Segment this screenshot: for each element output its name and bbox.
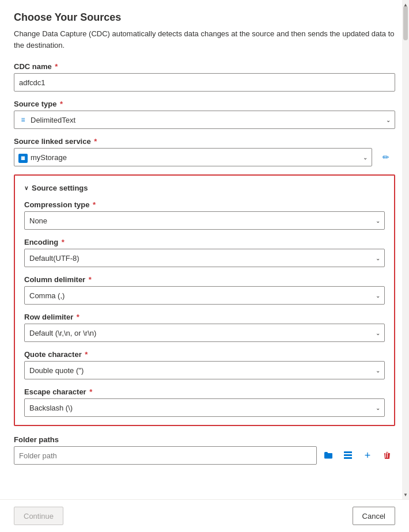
source-settings-box: ∨ Source settings Compression type * Non… <box>14 174 395 426</box>
source-type-wrapper: ≡ DelimitedText ⌄ <box>14 111 395 129</box>
escape-character-label: Escape character * <box>24 387 385 396</box>
encoding-select[interactable]: Default(UTF-8) <box>24 249 385 267</box>
folder-path-input[interactable] <box>14 446 317 465</box>
compression-type-label: Compression type * <box>24 200 385 209</box>
encoding-group: Encoding * Default(UTF-8) ⌄ <box>24 238 385 267</box>
row-delimiter-label: Row delimiter * <box>24 313 385 321</box>
escape-character-select[interactable]: Backslash (\) <box>24 398 385 417</box>
quote-character-label: Quote character * <box>24 350 385 359</box>
row-delimiter-wrapper: Default (\r,\n, or \r\n) ⌄ <box>24 324 385 342</box>
source-type-group: Source type * ≡ DelimitedText ⌄ <box>14 100 395 129</box>
column-delimiter-label: Column delimiter * <box>24 275 385 284</box>
cdc-name-label: CDC name * <box>14 62 395 71</box>
quote-character-group: Quote character * Double quote (") ⌄ <box>24 350 385 379</box>
cdc-name-group: CDC name * <box>14 62 395 92</box>
scrollbar-thumb[interactable] <box>403 6 408 40</box>
source-type-required: * <box>58 100 63 108</box>
browse-folder-button[interactable] <box>320 447 336 463</box>
source-linked-service-label: Source linked service * <box>14 137 395 146</box>
encoding-wrapper: Default(UTF-8) ⌄ <box>24 249 385 267</box>
escape-character-group: Escape character * Backslash (\) ⌄ <box>24 387 385 417</box>
compression-type-wrapper: None ⌄ <box>24 211 385 230</box>
source-settings-chevron-icon: ∨ <box>24 185 28 191</box>
linked-service-select-wrapper: ▦ myStorage ⌄ <box>14 148 372 166</box>
scroll-down-arrow[interactable]: ▼ <box>402 490 409 499</box>
source-settings-label: Source settings <box>32 184 88 192</box>
row-delimiter-group: Row delimiter * Default (\r,\n, or \r\n)… <box>24 313 385 342</box>
folder-paths-label: Folder paths <box>14 435 395 444</box>
compression-type-select[interactable]: None <box>24 211 385 230</box>
row-delimiter-select[interactable]: Default (\r,\n, or \r\n) <box>24 324 385 342</box>
column-delimiter-select[interactable]: Comma (,) <box>24 286 385 305</box>
continue-button[interactable]: Continue <box>14 507 63 525</box>
footer: Continue Cancel <box>0 499 409 532</box>
encoding-label: Encoding * <box>24 238 385 246</box>
column-delimiter-group: Column delimiter * Comma (,) ⌄ <box>24 275 385 305</box>
quote-character-select[interactable]: Double quote (") <box>24 361 385 379</box>
svg-rect-2 <box>344 457 352 459</box>
folder-paths-row: + <box>14 446 395 465</box>
cancel-button[interactable]: Cancel <box>353 507 395 525</box>
svg-rect-0 <box>344 451 352 453</box>
folder-paths-group: Folder paths + <box>14 435 395 465</box>
compression-type-group: Compression type * None ⌄ <box>24 200 385 230</box>
svg-rect-1 <box>344 454 352 456</box>
source-type-label: Source type * <box>14 100 395 108</box>
page-title: Choose Your Sources <box>14 12 395 24</box>
add-folder-path-button[interactable]: + <box>359 447 376 463</box>
scrollbar[interactable]: ▲ ▼ <box>402 0 409 499</box>
escape-character-wrapper: Backslash (\) ⌄ <box>24 398 385 417</box>
cdc-name-required: * <box>53 62 58 71</box>
scroll-up-arrow[interactable]: ▲ <box>402 0 409 9</box>
linked-service-select[interactable]: myStorage <box>14 148 372 166</box>
linked-service-row: ▦ myStorage ⌄ ✏ <box>14 148 395 166</box>
column-delimiter-wrapper: Comma (,) ⌄ <box>24 286 385 305</box>
cdc-name-input[interactable] <box>14 73 395 92</box>
source-linked-service-required: * <box>92 137 97 146</box>
quote-character-wrapper: Double quote (") ⌄ <box>24 361 385 379</box>
source-type-select[interactable]: DelimitedText <box>14 111 395 129</box>
import-schema-button[interactable] <box>340 447 356 463</box>
page-description: Change Data Capture (CDC) automatically … <box>14 28 395 51</box>
source-linked-service-group: Source linked service * ▦ myStorage ⌄ ✏ <box>14 137 395 166</box>
source-settings-header[interactable]: ∨ Source settings <box>24 184 385 192</box>
edit-linked-service-button[interactable]: ✏ <box>377 148 395 166</box>
delete-folder-path-button[interactable] <box>379 447 395 463</box>
